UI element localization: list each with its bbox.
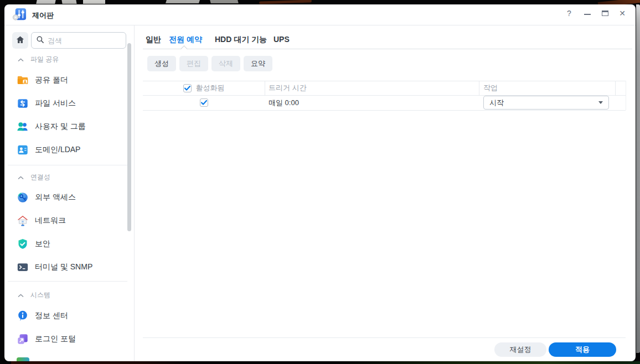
- sidebar-section-file-sharing[interactable]: 파일 공유: [18, 55, 59, 64]
- wallpaper-letter-shape: [61, 0, 76, 4]
- tab-bar-divider: [143, 49, 632, 49]
- row-enabled-checkbox[interactable]: [200, 98, 208, 107]
- dropdown-caret-icon: [598, 101, 603, 104]
- sidebar-section-system[interactable]: 시스템: [18, 290, 50, 299]
- control-panel-app-icon: [12, 7, 27, 22]
- minimize-icon: [584, 14, 591, 15]
- shared-folder-icon: [17, 74, 29, 86]
- wallpaper-letter-shape: [166, 0, 200, 3]
- external-access-icon: [17, 191, 29, 204]
- user-group-icon: [17, 121, 29, 133]
- domain-ldap-icon: [17, 144, 29, 156]
- sidebar-item-label: 네트워크: [35, 216, 66, 226]
- task-dropdown-value: 시작: [489, 98, 598, 108]
- row-trigger-time: 매일 0:00: [269, 95, 299, 110]
- sidebar-scrollbar[interactable]: [127, 43, 131, 231]
- wallpaper-streak: [259, 0, 312, 4]
- terminal-snmp-icon: [17, 261, 29, 273]
- footer-divider: [143, 337, 626, 338]
- wallpaper-letter-shape: [83, 0, 105, 4]
- wallpaper-letter-shape: [210, 0, 238, 3]
- table-row-enabled-cell: [143, 95, 265, 110]
- sidebar-item-label: 정보 센터: [35, 311, 68, 321]
- maximize-icon: [602, 11, 608, 16]
- chevron-up-icon: [18, 172, 24, 182]
- sidebar-item-label: 보안: [35, 239, 50, 249]
- apply-button[interactable]: 적용: [549, 342, 616, 357]
- column-header-label: 활성화됨: [196, 83, 225, 93]
- tab-power-schedule[interactable]: 전원 예약: [169, 31, 202, 48]
- tab-hdd-hibernation[interactable]: HDD 대기 기능: [215, 31, 267, 48]
- file-services-icon: [17, 97, 29, 110]
- sidebar-item-label: 터미널 및 SNMP: [35, 262, 92, 272]
- info-center-icon: [17, 310, 29, 322]
- sidebar-item-user-group[interactable]: 사용자 및 그룹: [13, 115, 127, 138]
- sidebar-item-security[interactable]: 보안: [13, 232, 127, 256]
- table-border: [143, 110, 626, 111]
- search-box: [31, 32, 126, 49]
- tab-general[interactable]: 일반: [146, 31, 161, 48]
- wallpaper-glow: [332, 361, 640, 364]
- reset-button[interactable]: 재설정: [494, 342, 546, 357]
- table-column-divider: [615, 81, 616, 95]
- delete-button: 삭제: [211, 56, 240, 71]
- sidebar-item-label: 로그인 포털: [35, 334, 76, 344]
- sidebar-item-network[interactable]: 네트워크: [13, 209, 127, 232]
- table-column-divider: [479, 81, 479, 95]
- chevron-up-icon: [18, 54, 24, 64]
- select-all-checkbox[interactable]: [183, 84, 192, 92]
- wallpaper-letter-shape: [36, 0, 55, 4]
- section-label: 연결성: [30, 173, 50, 182]
- sidebar-item-label: 사용자 및 그룹: [35, 122, 86, 132]
- task-dropdown[interactable]: 시작: [483, 96, 609, 110]
- section-label: 파일 공유: [30, 55, 59, 64]
- table-header-trigger-time: 트리거 시간: [269, 81, 307, 95]
- sidebar-section-connectivity[interactable]: 연결성: [18, 173, 50, 181]
- login-portal-icon: [17, 333, 29, 345]
- sidebar-item-domain-ldap[interactable]: 도메인/LDAP: [13, 138, 127, 162]
- background-window-edge: [636, 4, 640, 353]
- help-button[interactable]: ?: [564, 8, 574, 18]
- titlebar-divider: [4, 25, 636, 25]
- tab-ups[interactable]: UPS: [273, 31, 290, 48]
- window-title: 제어판: [32, 11, 54, 20]
- sidebar-item-terminal-snmp[interactable]: 터미널 및 SNMP: [13, 256, 127, 279]
- sidebar-item-info-center[interactable]: 정보 센터: [13, 304, 127, 327]
- help-icon: ?: [567, 9, 571, 18]
- table-column-divider: [265, 81, 265, 95]
- sidebar-item-label: 파일 서비스: [35, 98, 76, 108]
- table-header-enabled: 활성화됨: [143, 81, 265, 95]
- sidebar-item-partial-icon[interactable]: [17, 357, 29, 361]
- table-header-task: 작업: [483, 81, 498, 95]
- search-icon: [36, 35, 44, 46]
- edit-button: 편집: [179, 56, 208, 71]
- home-button[interactable]: [12, 32, 28, 49]
- sidebar-item-label: 외부 액세스: [35, 193, 76, 202]
- section-label: 시스템: [30, 290, 50, 300]
- search-input[interactable]: [48, 37, 114, 45]
- create-button[interactable]: 생성: [147, 56, 176, 71]
- close-button[interactable]: ✕: [617, 8, 627, 18]
- sidebar-item-login-portal[interactable]: 로그인 포털: [13, 327, 127, 351]
- sidebar-item-shared-folder[interactable]: 공유 폴더: [13, 69, 127, 92]
- close-icon: ✕: [619, 9, 626, 18]
- home-icon: [16, 35, 25, 46]
- chevron-up-icon: [18, 290, 24, 300]
- table-right-border: [626, 81, 626, 110]
- sidebar-item-label: 도메인/LDAP: [35, 145, 80, 155]
- security-icon: [17, 238, 29, 250]
- sidebar-item-file-services[interactable]: 파일 서비스: [13, 92, 127, 115]
- sidebar-item-external-access[interactable]: 외부 액세스: [13, 186, 127, 209]
- control-panel-window: 제어판 ? ✕ 파일 공유: [4, 4, 636, 361]
- sidebar-item-label: 공유 폴더: [35, 75, 68, 85]
- summary-button[interactable]: 요약: [244, 56, 272, 71]
- maximize-button[interactable]: [600, 8, 610, 18]
- sidebar-section-divider: [8, 281, 127, 282]
- minimize-button[interactable]: [582, 8, 592, 18]
- sidebar-section-divider: [8, 165, 127, 165]
- sidebar-divider: [134, 25, 135, 361]
- network-icon: [17, 215, 29, 227]
